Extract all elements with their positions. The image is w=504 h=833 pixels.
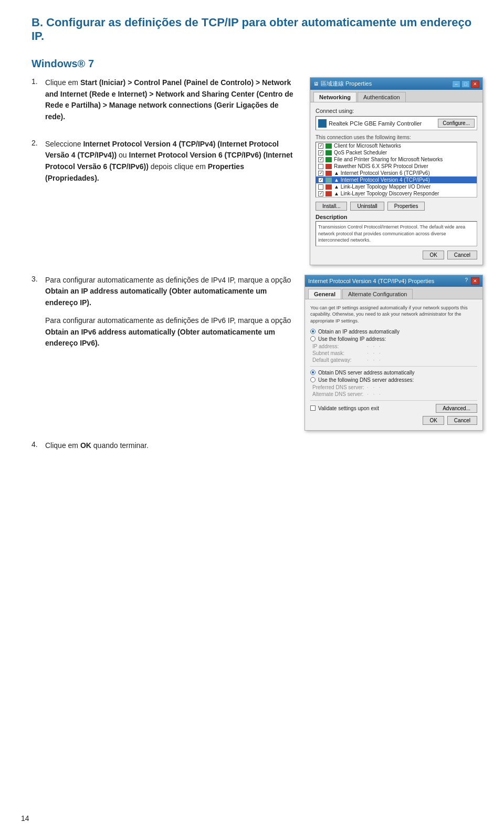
use-following-ip-radio-row: Use the following IP address: <box>310 336 477 342</box>
item-label-2: QoS Packet Scheduler <box>334 150 387 155</box>
items-label: This connection uses the following items… <box>316 134 477 140</box>
nic-name: Realtek PCIe GBE Family Controller <box>329 120 422 127</box>
connect-using-label: Connect using: <box>316 108 477 114</box>
checkbox-8[interactable] <box>318 191 323 196</box>
tab-authentication[interactable]: Authentication <box>358 92 406 102</box>
use-following-ip-radio[interactable] <box>310 336 316 341</box>
checkbox-7[interactable] <box>318 184 323 190</box>
tab-networking[interactable]: Networking <box>313 92 356 102</box>
use-following-dns-radio[interactable] <box>310 377 316 382</box>
section-divider-2 <box>310 400 477 401</box>
ipv4-properties-dialog: Internet Protocol Version 4 (TCP/IPv4) P… <box>304 275 483 431</box>
advanced-button[interactable]: Advanced... <box>436 404 477 413</box>
tab-general[interactable]: General <box>308 289 341 299</box>
item-label-5: ▲ Internet Protocol Version 6 (TCP/IPv6) <box>334 170 430 176</box>
step-2-content: Seleccione Internet Protocol Version 4 (… <box>45 139 297 184</box>
dialog2-help[interactable]: ? <box>465 277 468 285</box>
item-label-7: ▲ Link-Layer Topology Mapper I/O Driver <box>334 184 430 190</box>
ip-address-label: IP address: <box>312 343 365 349</box>
dialog1-ok-cancel: OK Cancel <box>316 251 477 259</box>
item-icon-7 <box>326 184 332 190</box>
item-label-4: Rawether NDIS 6.X SPR Protocol Driver <box>334 163 428 169</box>
item-icon-6 <box>326 178 332 183</box>
step-3-text: 3. Para configurar automaticamente as de… <box>32 275 292 431</box>
configure-button[interactable]: Configure... <box>438 119 475 128</box>
dialog2-title-buttons: ? ✕ <box>465 277 479 285</box>
step-2-num: 2. <box>32 139 41 184</box>
item-label-1: Client for Microsoft Networks <box>334 143 401 149</box>
use-following-dns-radio-row: Use the following DNS server addresses: <box>310 377 477 383</box>
checkbox-1[interactable] <box>318 143 323 149</box>
tab-alternate-config[interactable]: Alternate Configuration <box>342 289 413 299</box>
obtain-dns-radio[interactable] <box>310 370 316 375</box>
dialog1-cancel-button[interactable]: Cancel <box>447 251 477 259</box>
ip-address-row: IP address: · · · <box>310 343 477 349</box>
install-button[interactable]: Install... <box>316 202 347 211</box>
subnet-dots: · · · <box>367 350 382 356</box>
item-icon-2 <box>326 150 332 155</box>
dialog1-tabs: Networking Authentication <box>310 90 482 102</box>
dialog2-cancel-button[interactable]: Cancel <box>447 416 477 425</box>
nic-icon <box>318 119 327 128</box>
step-3a-text: Para configurar automaticamente as defin… <box>45 275 292 309</box>
validate-checkbox[interactable] <box>310 405 316 411</box>
list-item-1[interactable]: Client for Microsoft Networks <box>316 142 477 149</box>
checkbox-5[interactable] <box>318 171 323 176</box>
protocol-list[interactable]: Client for Microsoft Networks QoS Packet… <box>316 142 477 197</box>
close-button[interactable]: ✕ <box>471 80 479 88</box>
dialog1-title-buttons: – □ ✕ <box>451 80 479 88</box>
nic-box: Realtek PCIe GBE Family Controller Confi… <box>316 116 477 130</box>
obtain-ip-radio[interactable] <box>310 329 316 334</box>
list-item-3[interactable]: File and Printer Sharing for Microsoft N… <box>316 156 477 163</box>
list-item-5[interactable]: ▲ Internet Protocol Version 6 (TCP/IPv6) <box>316 170 477 176</box>
list-item-7[interactable]: ▲ Link-Layer Topology Mapper I/O Driver <box>316 183 477 190</box>
step-3b-text: Para configurar automaticamente as defin… <box>45 315 292 349</box>
list-item-8[interactable]: ▲ Link-Layer Topology Discovery Responde… <box>316 190 477 197</box>
dialog2-ok-cancel: OK Cancel <box>310 416 477 425</box>
page-header: B.Configurar as definições de TCP/IP par… <box>32 16 483 43</box>
step-1-block: 1. Clique em Start (Iniciar) > Control P… <box>32 77 297 123</box>
step-1-dialog: 🖥 區域連線 Properties – □ ✕ Networking Authe… <box>310 77 483 265</box>
maximize-button[interactable]: □ <box>461 80 470 88</box>
description-text: Transmission Control Protocol/Internet P… <box>316 221 477 246</box>
dialog2-title: Internet Protocol Version 4 (TCP/IPv4) P… <box>308 278 434 284</box>
uninstall-button[interactable]: Uninstall <box>350 202 384 211</box>
obtain-ip-radio-row: Obtain an IP address automatically <box>310 329 477 335</box>
checkbox-6[interactable] <box>318 178 323 183</box>
validate-checkbox-row: Validate settings upon exit Advanced... <box>310 404 477 413</box>
ip-address-dots: · · · <box>367 343 382 349</box>
minimize-button[interactable]: – <box>452 80 460 88</box>
dialog1-title: 🖥 區域連線 Properties <box>313 80 372 88</box>
use-following-dns-label: Use the following DNS server addresses: <box>318 377 414 383</box>
description-label: Description <box>316 214 477 220</box>
list-item-2[interactable]: QoS Packet Scheduler <box>316 149 477 156</box>
list-item-6[interactable]: ▲ Internet Protocol Version 4 (TCP/IPv4) <box>316 176 477 183</box>
os-title: Windows® 7 <box>32 58 483 70</box>
dialog1-ok-button[interactable]: OK <box>423 251 444 259</box>
dialog2-titlebar: Internet Protocol Version 4 (TCP/IPv4) P… <box>305 275 482 287</box>
item-icon-1 <box>326 143 332 149</box>
list-item-4[interactable]: Rawether NDIS 6.X SPR Protocol Driver <box>316 163 477 170</box>
checkbox-2[interactable] <box>318 150 323 155</box>
properties-button[interactable]: Properties <box>387 202 425 211</box>
alternate-dns-label: Alternate DNS server: <box>312 391 365 397</box>
section-title: Configurar as definições de TCP/IP para … <box>32 16 471 43</box>
step-3-num: 3. <box>32 275 41 349</box>
step-3-dialog: Internet Protocol Version 4 (TCP/IPv4) P… <box>304 275 483 431</box>
checkbox-3[interactable] <box>318 157 323 162</box>
item-icon-8 <box>326 191 332 196</box>
step-1-num: 1. <box>32 77 41 123</box>
step-4-content: Clique em OK quando terminar. <box>45 440 149 452</box>
dialog2-close-button[interactable]: ✕ <box>471 277 479 285</box>
step-1-text: 1. Clique em Start (Iniciar) > Control P… <box>32 77 297 265</box>
gateway-dots: · · · <box>367 357 382 363</box>
step-1-row: 1. Clique em Start (Iniciar) > Control P… <box>32 77 483 265</box>
alternate-dns-row: Alternate DNS server: · · · <box>310 391 477 397</box>
dialog2-ok-button[interactable]: OK <box>423 416 444 425</box>
checkbox-4[interactable] <box>318 164 323 169</box>
dialog2-info: You can get IP settings assigned automat… <box>310 305 477 325</box>
item-icon-4 <box>326 164 332 169</box>
item-label-8: ▲ Link-Layer Topology Discovery Responde… <box>334 191 439 196</box>
dialog2-tabs: General Alternate Configuration <box>305 287 482 299</box>
step-4-num: 4. <box>32 440 41 452</box>
